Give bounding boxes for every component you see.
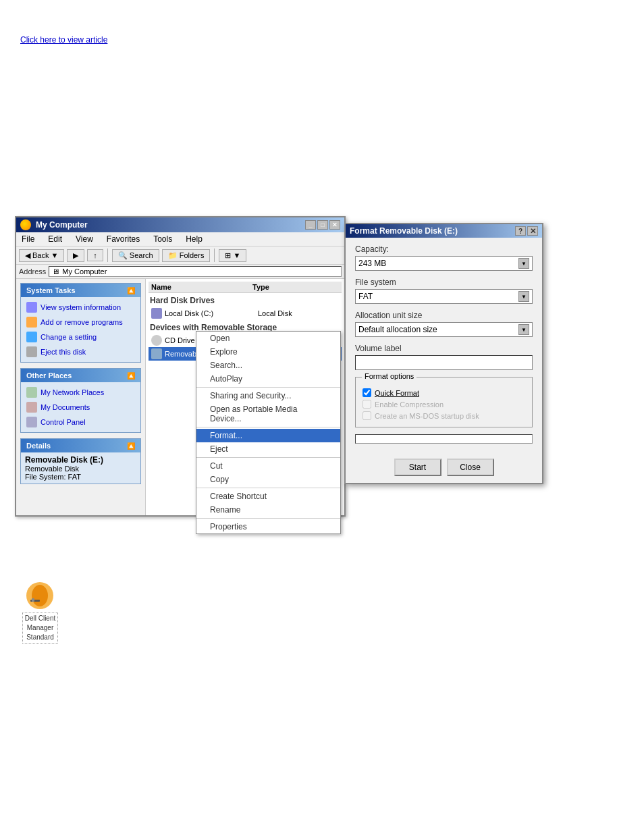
startup-disk-row: Create an MS-DOS startup disk	[363, 411, 525, 420]
change-setting-icon	[26, 332, 37, 342]
allocation-arrow[interactable]: ▼	[518, 324, 529, 335]
allocation-value: Default allocation size	[358, 325, 437, 334]
link-network-places[interactable]: My Network Places	[25, 385, 136, 400]
volume-label-input[interactable]	[355, 355, 533, 370]
add-remove-icon	[26, 317, 37, 328]
quick-format-checkbox[interactable]	[363, 388, 371, 397]
format-dialog: Format Removable Disk (E:) ? ✕ Capacity:…	[344, 223, 543, 484]
system-info-icon	[26, 302, 37, 313]
up-button[interactable]: ↑	[87, 249, 103, 261]
task-eject-label: Eject this disk	[41, 348, 86, 356]
startup-disk-checkbox	[363, 411, 371, 420]
start-button[interactable]: Start	[394, 459, 441, 476]
task-eject[interactable]: Eject this disk	[25, 344, 136, 359]
close-btn[interactable]: ✕	[329, 220, 340, 230]
search-button[interactable]: 🔍 Search	[112, 249, 159, 262]
task-add-remove-label: Add or remove programs	[41, 318, 123, 326]
ctx-portable[interactable]: Open as Portable Media Device...	[196, 402, 340, 425]
back-button[interactable]: ◀ Back ▼	[19, 249, 64, 262]
menu-tools[interactable]: Tools	[151, 234, 175, 244]
link-my-documents[interactable]: My Documents	[25, 400, 136, 415]
ctx-copy[interactable]: Copy	[196, 473, 340, 486]
ctx-rename[interactable]: Rename	[196, 503, 340, 517]
details-chevron[interactable]: 🔼	[127, 442, 135, 450]
dell-icon-area: Dell ClientManagerStandard	[15, 581, 65, 644]
context-menu: Open Explore Search... AutoPlay Sharing …	[196, 331, 341, 534]
capacity-value: 243 MB	[358, 259, 386, 268]
link-network-label: My Network Places	[41, 388, 104, 396]
link-control-panel-label: Control Panel	[41, 418, 86, 426]
menu-bar: File Edit View Favorites Tools Help	[16, 232, 344, 246]
address-bar: Address 🖥 My Computer	[16, 265, 344, 279]
up-icon: ↑	[93, 251, 97, 259]
folders-button[interactable]: 📁 Folders	[162, 249, 211, 262]
views-button[interactable]: ⊞ ▼	[219, 249, 246, 262]
system-tasks-chevron[interactable]: 🔼	[127, 287, 135, 294]
menu-favorites[interactable]: Favorites	[104, 234, 142, 244]
quick-format-row: Quick Format	[363, 388, 525, 397]
menu-file[interactable]: File	[19, 234, 37, 244]
window-titlebar: My Computer _ □ ✕	[16, 217, 344, 232]
address-field[interactable]: 🖥 My Computer	[49, 266, 342, 277]
menu-help[interactable]: Help	[183, 234, 205, 244]
back-icon: ◀	[25, 251, 30, 260]
menu-edit[interactable]: Edit	[45, 234, 65, 244]
link-control-panel[interactable]: Control Panel	[25, 415, 136, 429]
eject-icon	[26, 346, 37, 357]
other-places-label: Other Places	[26, 371, 72, 380]
ctx-sep-5	[196, 518, 340, 519]
filesystem-label: File system	[355, 278, 533, 287]
titlebar-title: My Computer	[20, 219, 88, 230]
cd-icon	[151, 335, 162, 346]
ctx-explore[interactable]: Explore	[196, 345, 340, 359]
dialog-title: Format Removable Disk (E:)	[350, 226, 458, 236]
dialog-titlebar-buttons: ? ✕	[515, 226, 538, 236]
dell-label: Dell ClientManagerStandard	[22, 613, 59, 644]
ctx-format[interactable]: Format...	[196, 429, 340, 442]
ctx-cut[interactable]: Cut	[196, 459, 340, 473]
svg-point-1	[32, 585, 48, 606]
file-row-local-disk[interactable]: Local Disk (C:) Local Disk	[149, 307, 342, 320]
toolbar: ◀ Back ▼ ▶ ↑ 🔍 Search 📁 Folders ⊞ ▼	[16, 246, 344, 265]
other-places-header: Other Places 🔼	[21, 369, 140, 382]
dialog-help-btn[interactable]: ?	[515, 226, 526, 236]
ctx-search[interactable]: Search...	[196, 359, 340, 372]
capacity-select[interactable]: 243 MB ▼	[355, 256, 533, 271]
folders-label: Folders	[180, 251, 205, 259]
close-button[interactable]: Close	[447, 459, 494, 476]
ctx-sharing[interactable]: Sharing and Security...	[196, 389, 340, 402]
back-arrow: ▼	[51, 251, 58, 259]
address-icon: 🖥	[52, 267, 59, 276]
details-section: Details 🔼 Removable Disk (E:) Removable …	[20, 438, 141, 484]
minimize-btn[interactable]: _	[305, 220, 316, 230]
other-places-chevron[interactable]: 🔼	[127, 372, 135, 380]
capacity-label: Capacity:	[355, 244, 533, 254]
local-disk-type: Local Disk	[258, 309, 339, 317]
docs-icon	[26, 402, 37, 413]
dialog-titlebar: Format Removable Disk (E:) ? ✕	[346, 224, 542, 238]
system-tasks-header: System Tasks 🔼	[21, 284, 140, 297]
menu-view[interactable]: View	[73, 234, 96, 244]
details-header: Details 🔼	[21, 439, 140, 452]
ctx-eject[interactable]: Eject	[196, 442, 340, 456]
hdd-icon	[151, 308, 162, 319]
ctx-create-shortcut[interactable]: Create Shortcut	[196, 490, 340, 503]
ctx-properties[interactable]: Properties	[196, 520, 340, 533]
maximize-btn[interactable]: □	[317, 220, 328, 230]
allocation-label: Allocation unit size	[355, 311, 533, 320]
ctx-autoplay[interactable]: AutoPlay	[196, 372, 340, 386]
ctx-open[interactable]: Open	[196, 332, 340, 345]
forward-button[interactable]: ▶	[67, 249, 84, 262]
capacity-arrow[interactable]: ▼	[518, 258, 529, 269]
dialog-close-icon-btn[interactable]: ✕	[527, 226, 538, 236]
task-view-system[interactable]: View system information	[25, 300, 136, 315]
task-change-setting[interactable]: Change a setting	[25, 330, 136, 344]
filesystem-arrow[interactable]: ▼	[518, 291, 529, 302]
top-link[interactable]: Click here to view article	[20, 35, 107, 45]
system-tasks-body: View system information Add or remove pr…	[21, 297, 140, 362]
task-add-remove[interactable]: Add or remove programs	[25, 315, 136, 330]
filesystem-select[interactable]: FAT ▼	[355, 289, 533, 304]
allocation-select[interactable]: Default allocation size ▼	[355, 322, 533, 337]
local-disk-name: Local Disk (C:)	[165, 309, 255, 317]
ctx-sep-4	[196, 488, 340, 488]
